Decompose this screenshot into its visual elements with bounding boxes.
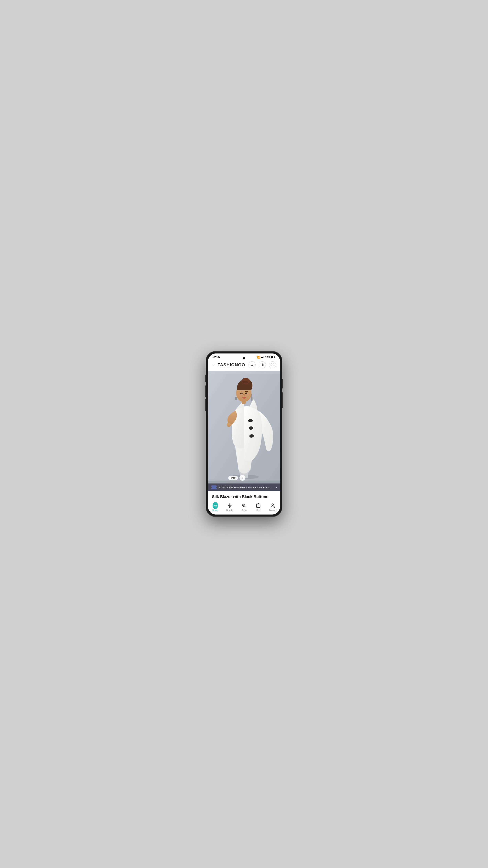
back-button[interactable]: ← [212, 363, 216, 367]
svg-rect-5 [275, 357, 275, 358]
volume-up-button [205, 385, 206, 397]
product-image[interactable]: 1/19 ▶ [208, 371, 280, 484]
camera-icon [261, 363, 264, 367]
mute-button [205, 375, 206, 382]
svg-rect-27 [235, 397, 237, 400]
signal-icon [261, 355, 264, 359]
camera-button[interactable] [259, 361, 266, 368]
svg-line-8 [253, 366, 253, 366]
status-icons: 📶 53% [257, 355, 275, 359]
svg-point-19 [245, 393, 247, 394]
nav-left: ← FASHIONGO [212, 362, 245, 367]
bag-icon [255, 503, 261, 508]
bottom-navigation: FG Home New In [208, 501, 280, 515]
svg-rect-3 [264, 355, 264, 358]
model-container [208, 371, 280, 484]
battery-percent: 53% [265, 355, 270, 359]
svg-rect-1 [262, 356, 263, 358]
nav-item-bag[interactable]: Bag [252, 503, 264, 512]
wishlist-button[interactable] [269, 361, 276, 368]
svg-point-32 [272, 504, 274, 505]
product-title: Silk Blazer with Black Buttons [212, 495, 276, 499]
product-info: Silk Blazer with Black Buttons [208, 491, 280, 501]
promo-arrow-icon: › [276, 486, 277, 489]
top-navigation: ← FASHIONGO [208, 360, 280, 371]
nav-right [248, 361, 276, 368]
volume-button-right [282, 392, 283, 408]
account-label: Account [269, 509, 277, 512]
shop-label: Shop [241, 509, 247, 512]
image-counter: 1/19 ▶ [228, 475, 245, 481]
svg-point-23 [246, 394, 249, 396]
promo-text: 10% Off $100+ w/ Selected Items New Buye… [219, 486, 274, 489]
new-in-label: New In [226, 509, 233, 512]
svg-rect-25 [251, 397, 252, 401]
bag-label: Bag [256, 509, 260, 512]
promo-banner[interactable]: 10% Off $100+ w/ Selected Items New Buye… [208, 484, 280, 491]
volume-down-button [205, 399, 206, 411]
home-label: Home [212, 509, 218, 512]
svg-point-18 [240, 393, 242, 394]
svg-point-21 [246, 393, 247, 393]
svg-rect-2 [263, 356, 264, 358]
svg-point-20 [241, 393, 242, 394]
counter-text: 1/19 [228, 476, 238, 480]
account-icon [270, 503, 275, 508]
front-camera [243, 356, 245, 359]
home-icon: FG [213, 503, 218, 508]
shop-icon [241, 503, 247, 508]
svg-line-29 [245, 506, 246, 507]
promo-ticket-icon [211, 486, 217, 489]
heart-icon [271, 363, 274, 367]
svg-rect-0 [261, 357, 262, 358]
brand-title: FASHIONGO [217, 362, 245, 367]
svg-point-9 [262, 365, 263, 366]
search-icon [250, 363, 254, 367]
home-badge: FG [213, 502, 218, 509]
search-button[interactable] [248, 361, 255, 368]
battery-icon: 53% [265, 355, 275, 359]
status-time: 22:25 [213, 355, 220, 359]
svg-point-12 [248, 419, 253, 423]
svg-rect-6 [271, 356, 273, 358]
phone-device: 22:25 📶 53% [206, 351, 282, 517]
nav-item-new-in[interactable]: New In [224, 503, 236, 512]
status-bar: 22:25 📶 53% [208, 353, 280, 360]
power-button [282, 379, 283, 389]
phone-screen: 22:25 📶 53% [208, 353, 280, 515]
nav-item-account[interactable]: Account [267, 503, 279, 512]
nav-item-home[interactable]: FG Home [209, 503, 221, 512]
nav-item-shop[interactable]: Shop [238, 503, 250, 512]
play-button[interactable]: ▶ [240, 475, 245, 481]
svg-point-22 [238, 395, 241, 396]
wifi-icon: 📶 [257, 355, 260, 359]
new-in-icon [227, 503, 233, 508]
